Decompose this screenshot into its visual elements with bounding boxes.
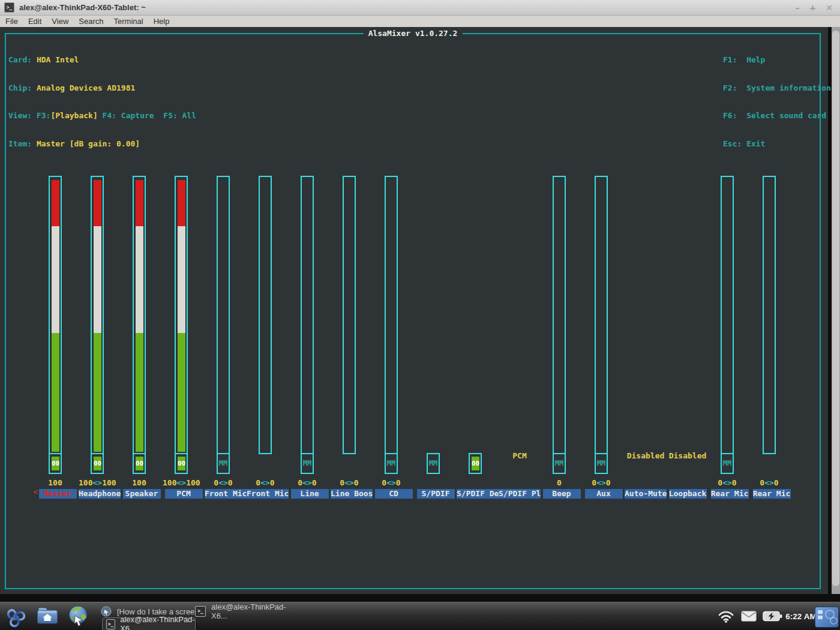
value-separator: <> (218, 478, 228, 487)
channel-label-front-mic[interactable]: Front Mic (205, 489, 247, 499)
battery-charging-icon[interactable] (763, 611, 783, 624)
menu-item-view[interactable]: View (52, 17, 68, 26)
channel-label-s-pdif[interactable]: S/PDIF (417, 489, 455, 499)
channel-label-headphone[interactable]: Headphone (79, 489, 121, 499)
mixer-channel-front-mic-5[interactable]: 0<>0Front Mic (247, 176, 289, 500)
mail-icon[interactable] (741, 611, 757, 624)
volume-bar[interactable] (763, 176, 776, 454)
mute-switch-muted[interactable]: MM (301, 455, 314, 472)
taskbar-clock[interactable]: 6:22 AM (784, 602, 818, 630)
window-controls: – + ✕ (796, 0, 833, 15)
volume-bar[interactable] (259, 176, 272, 454)
taskbar-window-terminal[interactable]: >_ alex@alex-ThinkPad-X6... (195, 604, 297, 619)
minimize-button[interactable]: – (796, 3, 800, 13)
volume-bar[interactable] (217, 176, 230, 454)
channel-label-s-pdif-pl[interactable]: S/PDIF Pl (499, 489, 541, 499)
home-folder-icon (37, 606, 58, 625)
mute-switch-on[interactable]: 00 (94, 457, 101, 470)
mixer-channel-s-pdif-de-10[interactable]: 00S/PDIF De (457, 176, 499, 500)
wifi-icon[interactable] (718, 610, 734, 625)
volume-fill-white (94, 226, 101, 333)
volume-bar[interactable] (301, 176, 314, 454)
launcher-home-folder[interactable] (37, 606, 58, 628)
selection-marker-left: < (33, 487, 39, 497)
volume-bar[interactable] (343, 176, 356, 454)
mixer-channel-pcm-3[interactable]: 00100<>100PCM (163, 176, 205, 500)
volume-bar[interactable] (553, 176, 566, 454)
volume-bar[interactable] (385, 176, 398, 454)
channel-label-auto-mute[interactable]: Auto-Mute (625, 489, 667, 499)
taskbar: [How do I take a scree... >_ alex@alex-T… (0, 602, 840, 630)
mixer-channel-s-pdif-pl-11[interactable]: PCMS/PDIF Pl (499, 176, 541, 500)
mixer-channel-s-pdif-9[interactable]: MMS/PDIF (415, 176, 457, 500)
channel-label-s-pdif-de[interactable]: S/PDIF De (457, 489, 499, 499)
value-separator: <> (596, 478, 606, 487)
volume-fill-white (136, 226, 143, 333)
mute-switch-muted[interactable]: MM (553, 455, 566, 472)
value-separator: <> (302, 478, 312, 487)
web-browser-icon (67, 605, 89, 628)
channel-label-wrap: S/PDIF (415, 487, 457, 499)
volume-fill-white (52, 226, 59, 333)
mixer-channel-line-boos-7[interactable]: 0<>0Line Boos (331, 176, 373, 500)
channel-label-cd[interactable]: CD (375, 489, 413, 499)
channel-value: 100 (37, 478, 74, 487)
menu-item-help[interactable]: Help (154, 17, 170, 26)
mute-switch-on[interactable]: 00 (178, 457, 185, 470)
close-button[interactable]: ✕ (826, 3, 833, 13)
channel-value: 0<>0 (331, 478, 368, 487)
mute-switch-muted[interactable]: MM (721, 455, 734, 472)
mixer-channel-auto-mute-14[interactable]: DisabledAuto-Mute (625, 176, 667, 500)
menu-item-file[interactable]: File (5, 17, 18, 26)
channel-label-line[interactable]: Line (291, 489, 329, 499)
mute-switch-muted[interactable]: MM (385, 455, 398, 472)
channel-label-front-mic[interactable]: Front Mic (247, 489, 289, 499)
mute-switch-muted[interactable]: MM (595, 455, 608, 472)
mute-switch-on[interactable]: 00 (52, 457, 59, 470)
mixer-channel-headphone-1[interactable]: 00100<>100Headphone (79, 176, 121, 500)
scrollbar-thumb[interactable] (832, 31, 839, 586)
menu-item-terminal[interactable]: Terminal (114, 17, 143, 26)
channel-label-wrap: S/PDIF Pl (499, 487, 541, 499)
channel-value: 0<>0 (205, 478, 242, 487)
mixer-channel-rear-mic-17[interactable]: 0<>0Rear Mic (751, 176, 793, 500)
launcher-web-browser[interactable] (67, 605, 89, 630)
terminal-scrollbar[interactable] (832, 27, 840, 594)
mute-switch-on[interactable]: 00 (136, 457, 143, 470)
mixer-channel-master-0[interactable]: 00100Master<> (37, 176, 79, 500)
menu-item-edit[interactable]: Edit (28, 17, 41, 26)
volume-bar[interactable] (595, 176, 608, 454)
maximize-button[interactable]: + (809, 3, 817, 13)
channel-label-rear-mic[interactable]: Rear Mic (711, 489, 749, 499)
channel-label-aux[interactable]: Aux (585, 489, 623, 499)
mute-switch-on[interactable]: 00 (472, 457, 479, 470)
menu-item-search[interactable]: Search (79, 17, 103, 26)
channel-label-wrap: Speaker (121, 487, 163, 499)
channel-value: 0<>0 (289, 478, 326, 487)
mute-switch-muted[interactable]: MM (427, 455, 440, 472)
mixer-channel-beep-12[interactable]: MM0Beep (541, 176, 583, 500)
mute-switch-muted[interactable]: MM (217, 455, 230, 472)
mixer-channel-rear-mic-16[interactable]: MM0<>0Rear Mic (709, 176, 751, 500)
workspace-switcher-icon[interactable] (815, 607, 839, 628)
mixer-channel-aux-13[interactable]: MM0<>0Aux (583, 176, 625, 500)
trisquel-logo-icon (4, 605, 28, 629)
channel-label-speaker[interactable]: Speaker (123, 489, 161, 499)
mixer-channel-loopback-15[interactable]: DisabledLoopback (667, 176, 709, 500)
channel-label-beep[interactable]: Beep (543, 489, 581, 499)
volume-bar[interactable] (721, 176, 734, 454)
channel-label-master[interactable]: Master (39, 489, 77, 499)
channel-label-loopback[interactable]: Loopback (669, 489, 707, 499)
mixer-channel-line-6[interactable]: MM0<>0Line (289, 176, 331, 500)
launcher-trisquel-menu[interactable] (4, 605, 28, 630)
channel-label-rear-mic[interactable]: Rear Mic (753, 489, 791, 499)
taskbar-tooltip: >_ alex@alex-ThinkPad-X6... (102, 617, 196, 630)
mixer-area: 00100Master<>00100<>100Headphone00100Spe… (0, 27, 828, 594)
channel-label-line-boos[interactable]: Line Boos (331, 489, 373, 499)
mixer-channel-speaker-2[interactable]: 00100Speaker (121, 176, 163, 500)
channel-label-pcm[interactable]: PCM (165, 489, 203, 499)
mixer-channel-front-mic-4[interactable]: MM0<>0Front Mic (205, 176, 247, 500)
terminal-app-icon: >_ (4, 2, 14, 13)
mixer-channel-cd-8[interactable]: MM0<>0CD (373, 176, 415, 500)
channel-label-wrap: Line (289, 487, 331, 499)
